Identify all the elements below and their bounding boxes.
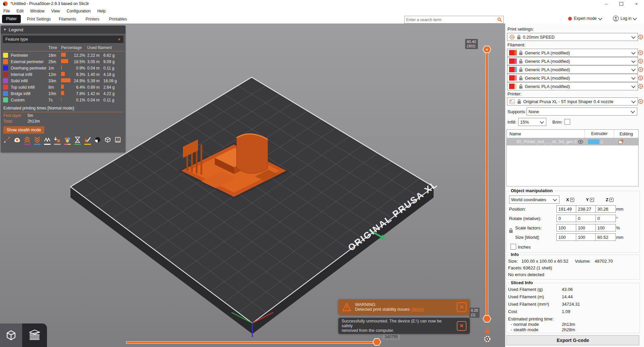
warning-more-link[interactable]: [More] (412, 307, 424, 312)
deretractions-icon[interactable] (33, 136, 41, 145)
layer-slider-bottom-handle[interactable] (483, 315, 491, 322)
filament-value: Generic PLA (modified) (525, 76, 630, 81)
feature-pct: 12.2% (72, 53, 87, 58)
object-name: 3D_Printer_test_..._stl_3rd_gen.STL (507, 139, 577, 144)
printer-gear-icon[interactable] (638, 98, 644, 104)
menu-edit[interactable]: Edit (13, 9, 27, 13)
filament-gear-icon[interactable] (638, 58, 644, 64)
slider-settings-gear-icon[interactable] (484, 335, 491, 343)
3d-viewport[interactable]: ORIGINAL PRUSA XL ▼ Legend Feature type … (0, 24, 505, 347)
custom-gcode-icon[interactable] (83, 136, 92, 145)
scale-lock-icon[interactable] (509, 228, 513, 233)
tab-filaments[interactable]: Filaments (59, 16, 76, 23)
login-button[interactable]: Log in (613, 15, 636, 21)
export-gcode-button[interactable]: Export G-code (506, 335, 639, 345)
seams-icon[interactable] (43, 136, 51, 145)
layer-slider-top-handle[interactable]: + (483, 46, 491, 53)
minimize-button[interactable]: – (599, 0, 614, 7)
edit-object-icon[interactable] (618, 139, 624, 144)
filament-color-swatch (509, 67, 514, 72)
position-x-input[interactable]: 191.49 (556, 205, 577, 213)
size-unit: mm (616, 235, 624, 240)
size-y-input[interactable]: 100 (576, 233, 596, 241)
menu-file[interactable]: File (0, 9, 13, 13)
size-x-input[interactable]: 100 (556, 233, 577, 241)
color-changes-icon[interactable] (63, 136, 71, 145)
unlock-icon[interactable] (484, 327, 491, 334)
shells-icon[interactable] (93, 136, 102, 145)
filament-dropdown-3[interactable]: Generic PLA (modified) (507, 66, 638, 74)
maximize-button[interactable] (614, 0, 629, 7)
scale-z-input[interactable]: 100 (595, 224, 616, 231)
filament-gear-icon[interactable] (638, 75, 644, 81)
tab-plater[interactable]: Plater (2, 15, 21, 23)
filament-subcolor-swatch (514, 84, 517, 89)
rotate-y-input[interactable]: 0 (576, 215, 596, 222)
size-z-input[interactable]: 60.52 (595, 233, 616, 241)
printer-dropdown[interactable]: Original Prusa XL - 5T Input Shaper 0.4 … (507, 97, 638, 105)
printer-memory-icon[interactable] (113, 136, 122, 145)
scale-x-input[interactable]: 100 (556, 224, 577, 231)
scale-y-input[interactable]: 100 (576, 224, 596, 231)
view-type-dropdown[interactable]: Feature type ▼ (3, 36, 123, 43)
moves-slider-handle[interactable] (373, 338, 381, 346)
layer-slider-track[interactable] (486, 50, 488, 320)
legend-header[interactable]: ▼ Legend (1, 26, 126, 34)
filament-dropdown-1[interactable]: Generic PLA (modified) (507, 49, 638, 57)
wipe-icon[interactable] (13, 136, 21, 145)
object-row[interactable]: 3D_Printer_test_..._stl_3rd_gen.STL 3 (507, 138, 638, 145)
printer-value: Original Prusa XL - 5T Input Shaper 0.4 … (523, 99, 630, 104)
close-warning-button[interactable]: ✕ (457, 302, 466, 312)
filament-gear-icon[interactable] (638, 67, 644, 73)
extruder-color-swatch[interactable] (588, 139, 599, 144)
tab-printers[interactable]: Printers (86, 16, 99, 23)
pause-prints-icon[interactable] (73, 136, 82, 145)
menu-help[interactable]: Help (94, 9, 109, 13)
z-axis-header: Z (606, 197, 613, 202)
travels-icon[interactable] (3, 136, 11, 145)
preview-view-button[interactable] (22, 323, 47, 347)
position-y-input[interactable]: 238.27 (576, 205, 596, 213)
filament-gear-icon[interactable] (638, 83, 644, 89)
facets-label: Facets: (508, 265, 523, 270)
dropdown-arrow-icon[interactable]: ▼ (117, 38, 121, 41)
search-box[interactable] (404, 16, 504, 24)
box-icon[interactable] (103, 136, 112, 145)
objects-table: Name Extruder Editing 3D_Printer_test_..… (506, 129, 639, 186)
search-input[interactable] (405, 17, 497, 22)
print-settings-dropdown[interactable]: 0.20mm SPEED (507, 33, 638, 41)
first-layer-row: First layer: 5m (3, 113, 123, 118)
position-z-input[interactable]: 30.26 (595, 205, 616, 213)
tab-printables[interactable]: Printables (109, 16, 127, 23)
z-axis-icon[interactable] (609, 198, 613, 202)
search-icon[interactable] (497, 17, 502, 23)
tool-changes-icon[interactable] (53, 136, 61, 145)
close-unmount-button[interactable]: ✕ (457, 321, 466, 331)
close-button[interactable]: × (629, 0, 644, 7)
filament-dropdown-4[interactable]: Generic PLA (modified) (507, 74, 638, 82)
editor-view-button[interactable] (0, 323, 22, 347)
y-axis-icon[interactable] (590, 198, 594, 202)
rotate-x-input[interactable]: 0 (556, 215, 577, 222)
supports-dropdown[interactable]: None (527, 107, 637, 116)
infill-dropdown[interactable]: 15% (518, 118, 546, 126)
filament-dropdown-2[interactable]: Generic PLA (modified) (507, 57, 638, 65)
inches-checkbox[interactable] (510, 244, 516, 250)
mode-selector[interactable]: Expert mode (568, 16, 602, 21)
tab-print-settings[interactable]: Print Settings (27, 16, 51, 23)
brim-checkbox[interactable] (564, 119, 570, 125)
menu-view[interactable]: View (48, 9, 63, 13)
rotate-z-input[interactable]: 0 (595, 215, 616, 222)
show-stealth-mode-button[interactable]: Show stealth mode (3, 126, 44, 134)
menu-configuration[interactable]: Configuration (63, 9, 94, 13)
moves-slider-track[interactable] (126, 341, 378, 344)
filament-dropdown-5[interactable]: Generic PLA (modified) (507, 82, 638, 90)
retractions-icon[interactable] (23, 136, 31, 145)
legend-toolbar (1, 134, 126, 145)
print-settings-gear-icon[interactable] (638, 34, 644, 40)
eye-icon[interactable] (578, 140, 583, 144)
menu-window[interactable]: Window (27, 9, 48, 13)
coordinates-dropdown[interactable]: World coordinates (509, 196, 559, 204)
filament-gear-icon[interactable] (638, 50, 644, 56)
x-axis-icon[interactable] (570, 198, 574, 202)
